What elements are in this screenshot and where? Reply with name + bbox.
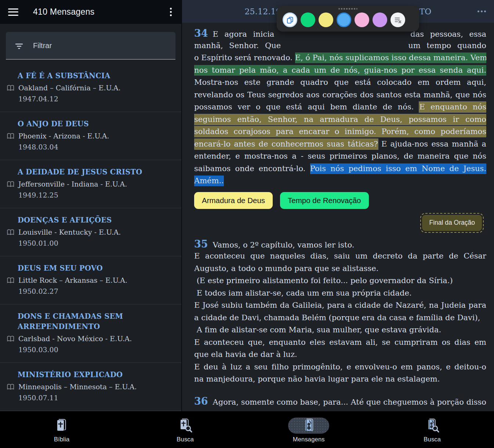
nav-icon-box xyxy=(40,417,84,434)
bottom-nav: BíbliaBuscaMensagensBusca xyxy=(0,411,494,448)
highlight-color-pink[interactable] xyxy=(355,12,369,27)
text-line: a cidade de Davi, chamada Belém (porque … xyxy=(194,312,486,324)
message-date: 1950.07.11 xyxy=(18,393,175,403)
highlight-olive[interactable]: encará-lo antes de conhecermos suas táti… xyxy=(194,139,378,149)
text-segment: Agora, somente como base, para... Até qu… xyxy=(213,398,486,407)
tag-chip[interactable]: Tempo de Renovação xyxy=(280,192,368,209)
text-segment: entender, e mostra-nos a - seus primeiro… xyxy=(194,152,486,160)
text-segment: A fim de alistar-se com Maria, sua mulhe… xyxy=(194,325,441,334)
paragraph: 34E agora iniciadas pessoas, essamanhã, … xyxy=(194,27,486,187)
open-book-icon xyxy=(7,335,15,343)
nav-item-mensagens[interactable]: Mensagens xyxy=(247,411,371,448)
nav-label: Mensagens xyxy=(293,436,325,443)
paragraph: 36Agora, somente como base, para... Até … xyxy=(194,395,486,408)
clear-highlight-button[interactable] xyxy=(391,12,405,27)
copy-icon xyxy=(286,16,294,24)
message-location-row: Oakland – Califórnia – E.U.A. xyxy=(7,83,175,93)
hamburger-icon[interactable] xyxy=(8,8,18,16)
open-book-icon xyxy=(7,84,15,92)
sidebar-title: 410 Mensagens xyxy=(33,7,95,17)
text-segment: E ajuda-nos essa manhã a xyxy=(378,140,486,148)
reader-pane: 25.12.1949 – A DEIDADE DE JESUS CRISTO 3… xyxy=(182,0,494,411)
text-segment: Augusto, a todo o mundo para que se alis… xyxy=(194,264,378,273)
message-title: MINISTÉRIO EXPLICADO xyxy=(18,370,175,380)
text-segment: revelando os Teus segredos aos corações … xyxy=(194,90,486,99)
tag-chip[interactable]: Armadura de Deus xyxy=(194,192,273,209)
message-location: Oakland – Califórnia – E.U.A. xyxy=(18,83,121,93)
list-item[interactable]: DEUS EM SEU POVOLittle Rock – Arkansas –… xyxy=(0,256,181,304)
text-line: manhã, Senhor. Queum tempo quando xyxy=(194,40,486,52)
highlight-olive[interactable]: E enquanto nós xyxy=(419,102,486,112)
line-left: manhã, Senhor. Que xyxy=(194,40,281,52)
paragraph: 35Vamos, o 2º capítulo, vamos ler isto.E… xyxy=(194,238,486,386)
list-item[interactable]: MINISTÉRIO EXPLICADOMinneapolis – Minnes… xyxy=(0,363,181,411)
highlight-color-purple[interactable] xyxy=(373,12,387,27)
list-item[interactable]: A DEIDADE DE JESUS CRISTOJeffersonville … xyxy=(0,160,181,208)
text-line: E deu à luz a seu filho primogênito, e e… xyxy=(194,361,486,373)
text-line: Augusto, a todo o mundo para que se alis… xyxy=(194,263,486,275)
highlight-blue[interactable]: Pois nós pedimos isso em Nome de Jesus. xyxy=(310,163,486,174)
ellipsis-menu-icon[interactable] xyxy=(477,8,487,15)
text-line: A fim de alistar-se com Maria, sua mulhe… xyxy=(194,324,486,336)
message-title: DEUS EM SEU POVO xyxy=(18,263,175,274)
message-location-row: Carlsbad - Novo México - E.U.A. xyxy=(7,333,175,344)
open-book-icon xyxy=(7,277,15,285)
text-segment: Vamos, o 2º capítulo, vamos ler isto. xyxy=(213,241,355,249)
list-item[interactable]: O ANJO DE DEUSPhoenix - Arizona - E.U.A.… xyxy=(0,112,181,160)
list-item[interactable]: DONS E CHAMADAS SEM ARREPENDIMENTOCarlsb… xyxy=(0,304,181,363)
open-book-icon xyxy=(7,383,15,391)
filter-input[interactable]: Filtrar xyxy=(6,32,175,59)
end-of-prayer-button[interactable]: Final da Oração xyxy=(422,215,482,231)
text-segment: na manjedoura, porque não havia lugar pa… xyxy=(194,375,440,383)
sidebar-header: 410 Mensagens xyxy=(0,0,181,24)
highlight-color-yellow[interactable] xyxy=(319,12,333,27)
reader-flow: 34E agora iniciadas pessoas, essamanhã, … xyxy=(194,27,486,407)
message-list: A FÉ É A SUBSTÂNCIAOakland – Califórnia … xyxy=(0,64,181,411)
highlight-color-green[interactable] xyxy=(301,12,315,27)
message-location: Phoenix - Arizona - E.U.A. xyxy=(18,131,109,141)
text-segment: das pessoas, essa xyxy=(410,30,486,39)
message-date: 1947.04.12 xyxy=(18,94,175,104)
nav-item-busca[interactable]: Busca xyxy=(371,411,494,448)
highlight-olive[interactable]: seguimos então, Senhor, na armadura de D… xyxy=(194,114,486,125)
list-item[interactable]: DOENÇAS E AFLIÇÕESLouisville - Kentucky … xyxy=(0,208,181,256)
copy-highlight-button[interactable] xyxy=(283,12,297,27)
nav-item-bblia[interactable]: Bíblia xyxy=(0,411,124,448)
drag-handle[interactable] xyxy=(338,8,357,10)
list-item[interactable]: A FÉ É A SUBSTÂNCIAOakland – Califórnia … xyxy=(0,64,181,112)
message-location: Jeffersonville - Indiana - E.U.A. xyxy=(18,179,127,189)
text-line: (E este primeiro alistamento foi feito..… xyxy=(194,275,486,287)
text-segment: a cidade de Davi, chamada Belém (porque … xyxy=(194,313,480,322)
text-line: possamos ver o que está aqui bem diante … xyxy=(194,101,486,113)
text-line: o Espírito será renovado. E, ó Pai, nós … xyxy=(194,52,486,64)
highlight-toolbar xyxy=(277,6,419,32)
filter-wrap: Filtrar xyxy=(0,24,181,62)
text-line: que ela havia de dar à luz. xyxy=(194,348,486,361)
highlight-color-blue[interactable] xyxy=(337,12,351,27)
nav-icon-box xyxy=(163,417,207,434)
paragraph-number: 34 xyxy=(194,28,208,39)
text-line: nos tomar pela mão, a cada um de nós, gu… xyxy=(194,64,486,77)
text-segment: E aconteceu que naqueles dias, saiu um d… xyxy=(194,252,486,260)
text-segment: E agora inicia xyxy=(213,30,275,39)
open-book-icon xyxy=(7,180,15,188)
text-line: 36Agora, somente como base, para... Até … xyxy=(194,395,486,408)
kebab-menu-icon[interactable] xyxy=(166,6,175,18)
highlight-green[interactable]: E, ó Pai, nós suplicamos isso dessa mane… xyxy=(295,53,486,63)
text-line: E aconteceu que, enquanto eles estavam a… xyxy=(194,336,486,349)
message-date: 1950.01.00 xyxy=(18,238,175,248)
highlight-green[interactable]: nos tomar pela mão, a cada um de nós, gu… xyxy=(194,65,486,76)
tag-row: Armadura de DeusTempo de Renovação xyxy=(194,192,486,209)
nav-item-busca[interactable]: Busca xyxy=(124,411,247,448)
message-location-row: Jeffersonville - Indiana - E.U.A. xyxy=(7,179,175,189)
paragraph-number: 35 xyxy=(194,238,208,250)
highlight-olive[interactable]: soldados corajosos para encarar o inimig… xyxy=(194,126,486,137)
message-title: A FÉ É A SUBSTÂNCIA xyxy=(18,71,175,81)
highlight-blue[interactable]: Amém.. xyxy=(194,176,224,186)
text-segment: Mostra-nos este grande quadro que está c… xyxy=(194,78,486,87)
message-location: Carlsbad - Novo México - E.U.A. xyxy=(18,333,132,344)
line-left: 34E agora inicia xyxy=(194,27,274,40)
reader-body: 34E agora iniciadas pessoas, essamanhã, … xyxy=(182,23,494,411)
messages-book-icon xyxy=(301,418,316,433)
nav-label: Busca xyxy=(177,436,194,443)
